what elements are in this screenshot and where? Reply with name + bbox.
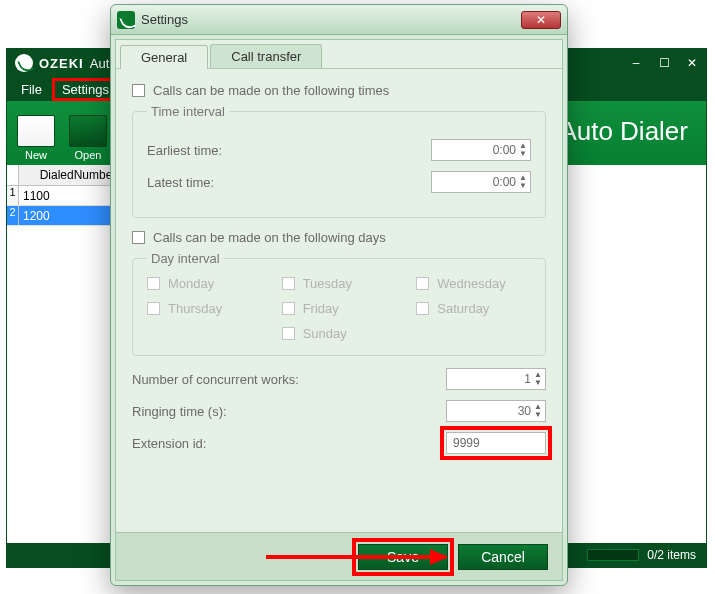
save-button[interactable]: Save — [358, 544, 448, 570]
ringing-time-input[interactable]: 30 ▲▼ — [446, 400, 546, 422]
settings-dialog: Settings ✕ General Call transfer Calls c… — [110, 4, 568, 586]
tab-general[interactable]: General — [120, 45, 208, 69]
saturday-checkbox[interactable] — [416, 302, 429, 315]
sunday-checkbox[interactable] — [282, 327, 295, 340]
days-checkbox-label: Calls can be made on the following days — [153, 230, 386, 245]
dialog-phone-icon — [117, 11, 135, 29]
concurrent-works-label: Number of concurrent works: — [132, 372, 312, 387]
brand-name: OZEKI — [39, 56, 84, 71]
extension-id-value: 9999 — [453, 436, 480, 450]
time-interval-legend: Time interval — [147, 104, 229, 119]
menu-settings[interactable]: Settings — [54, 80, 117, 99]
chevron-down-icon[interactable]: ▼ — [518, 182, 528, 190]
toolbar-new-button[interactable]: New — [17, 115, 55, 161]
latest-time-value: 0:00 — [493, 175, 516, 189]
chevron-down-icon[interactable]: ▼ — [533, 411, 543, 419]
time-interval-group: Time interval Earliest time: 0:00 ▲▼ Lat… — [132, 104, 546, 218]
earliest-time-input[interactable]: 0:00 ▲▼ — [431, 139, 531, 161]
monday-checkbox[interactable] — [147, 277, 160, 290]
dialog-title-text: Settings — [141, 12, 188, 27]
main-maximize-button[interactable]: ☐ — [650, 53, 678, 73]
main-close-button[interactable]: ✕ — [678, 53, 706, 73]
days-checkbox[interactable] — [132, 231, 145, 244]
saturday-label: Saturday — [437, 301, 489, 316]
app-phone-icon — [15, 54, 33, 72]
cancel-button[interactable]: Cancel — [458, 544, 548, 570]
concurrent-works-value: 1 — [524, 372, 531, 386]
toolbar-title: Auto Dialer — [559, 116, 696, 161]
times-checkbox-label: Calls can be made on the following times — [153, 83, 389, 98]
concurrent-works-input[interactable]: 1 ▲▼ — [446, 368, 546, 390]
status-items: 0/2 items — [647, 548, 696, 562]
wednesday-label: Wednesday — [437, 276, 505, 291]
menu-file[interactable]: File — [13, 80, 50, 99]
extension-id-label: Extension id: — [132, 436, 312, 451]
dialog-close-button[interactable]: ✕ — [521, 11, 561, 29]
window-title-suffix: Aut — [90, 56, 110, 71]
day-interval-legend: Day interval — [147, 251, 224, 266]
dialog-content: Calls can be made on the following times… — [116, 69, 562, 532]
monday-label: Monday — [168, 276, 214, 291]
times-checkbox[interactable] — [132, 84, 145, 97]
toolbar-new-label: New — [25, 149, 47, 161]
dialog-button-bar: Save Cancel — [116, 532, 562, 580]
thursday-label: Thursday — [168, 301, 222, 316]
thursday-checkbox[interactable] — [147, 302, 160, 315]
tuesday-checkbox[interactable] — [282, 277, 295, 290]
new-file-icon — [17, 115, 55, 147]
row-number: 1 — [7, 186, 19, 205]
day-interval-group: Day interval Monday Tuesday Wednesday Th… — [132, 251, 546, 356]
toolbar-open-button[interactable]: Open — [69, 115, 107, 161]
ringing-time-value: 30 — [518, 404, 531, 418]
chevron-down-icon[interactable]: ▼ — [518, 150, 528, 158]
progress-bar — [587, 549, 639, 561]
tuesday-label: Tuesday — [303, 276, 352, 291]
dialog-titlebar[interactable]: Settings ✕ — [111, 5, 567, 35]
open-file-icon — [69, 115, 107, 147]
ringing-time-label: Ringing time (s): — [132, 404, 312, 419]
earliest-time-value: 0:00 — [493, 143, 516, 157]
main-minimize-button[interactable]: – — [622, 53, 650, 73]
latest-time-label: Latest time: — [147, 175, 327, 190]
extension-id-input[interactable]: 9999 — [446, 432, 546, 454]
dialog-tabs: General Call transfer — [116, 40, 562, 69]
friday-checkbox[interactable] — [282, 302, 295, 315]
chevron-down-icon[interactable]: ▼ — [533, 379, 543, 387]
friday-label: Friday — [303, 301, 339, 316]
wednesday-checkbox[interactable] — [416, 277, 429, 290]
latest-time-input[interactable]: 0:00 ▲▼ — [431, 171, 531, 193]
sunday-label: Sunday — [303, 326, 347, 341]
row-number: 2 — [7, 206, 19, 225]
tab-call-transfer[interactable]: Call transfer — [210, 44, 322, 68]
toolbar-open-label: Open — [75, 149, 102, 161]
earliest-time-label: Earliest time: — [147, 143, 327, 158]
